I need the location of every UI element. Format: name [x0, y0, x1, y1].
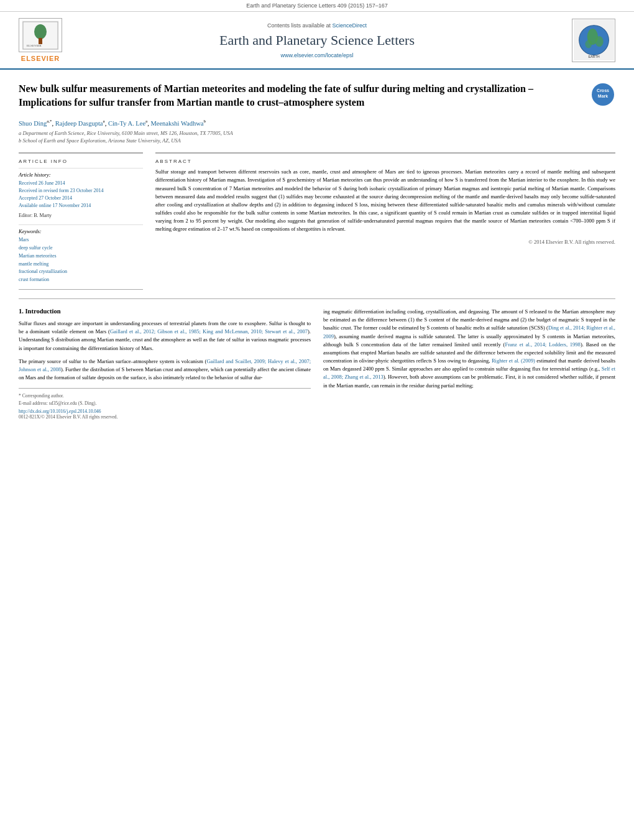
svg-point-1: [34, 24, 47, 39]
abstract-section: ABSTRACT Sulfur storage and transport be…: [155, 152, 615, 244]
author-cin-ty[interactable]: Cin-Ty A. Lee: [108, 119, 145, 126]
intro-heading: 1. Introduction: [19, 308, 311, 315]
footnote-area: * Corresponding author. E-mail address: …: [19, 388, 311, 420]
keyword-deep-sulfur: deep sulfur cycle: [19, 244, 143, 252]
email-note: E-mail address: sd35@rice.edu (S. Ding).: [19, 400, 311, 407]
earth-logo-svg: EARTH: [574, 20, 614, 60]
journal-header-bar: Earth and Planetary Science Letters 409 …: [0, 0, 634, 12]
history-title: Article history:: [19, 172, 143, 178]
accepted-date: Accepted 27 October 2014: [19, 195, 143, 202]
article-title-section: New bulk sulfur measurements of Martian …: [19, 82, 615, 110]
ref-righter2009[interactable]: Righter et al. (2009): [492, 358, 535, 364]
intro-right: ing magmatic differentiation including c…: [323, 308, 615, 420]
keyword-fractional: fractional crystallization: [19, 268, 143, 276]
issn-copyright: 0012-821X/© 2014 Elsevier B.V. All right…: [19, 414, 311, 420]
author-meenakshi[interactable]: Meenakshi Wadhwa: [150, 119, 203, 126]
ref-self2008[interactable]: Self et al., 2008; Zhang et al., 2013: [323, 366, 615, 380]
section-title-text: Introduction: [25, 308, 61, 315]
section-divider: [19, 298, 615, 299]
intro-left: 1. Introduction Sulfur fluxes and storag…: [19, 308, 311, 420]
sciencedirect-link[interactable]: ScienceDirect: [333, 22, 367, 29]
header-center: Contents lists available at ScienceDirec…: [62, 22, 572, 58]
intro-paragraph1: Sulfur fluxes and storage are important …: [19, 320, 311, 353]
affiliation-b: b School of Earth and Space Exploration,…: [19, 137, 615, 144]
svg-rect-2: [39, 38, 42, 44]
journal-bar-text: Earth and Planetary Science Letters 409 …: [246, 2, 388, 9]
contents-line: Contents lists available at ScienceDirec…: [75, 22, 559, 29]
section-number: 1.: [19, 308, 24, 315]
crossmark-badge[interactable]: Cross Mark: [590, 82, 615, 107]
article-info-title: ARTICLE INFO: [19, 159, 143, 164]
two-column-section: ARTICLE INFO Article history: Received 2…: [19, 152, 615, 290]
affiliations: a Department of Earth Science, Rice Univ…: [19, 130, 615, 144]
abstract-copyright: © 2014 Elsevier B.V. All rights reserved…: [155, 239, 615, 245]
article-history: Article history: Received 26 June 2014 R…: [19, 168, 143, 219]
elsevier-svg: ELSEVIER: [22, 21, 59, 50]
journal-url[interactable]: www.elsevier.com/locate/epsl: [75, 52, 559, 58]
ref-ding2014[interactable]: Ding et al., 2014; Righter et al., 2009: [323, 325, 615, 339]
elsevier-logo: ELSEVIER ELSEVIER: [19, 18, 62, 62]
intro-paragraph2: The primary source of sulfur to the Mart…: [19, 358, 311, 382]
article-content: New bulk sulfur measurements of Martian …: [0, 70, 634, 432]
corresponding-author-note: * Corresponding author.: [19, 392, 311, 399]
keyword-crust: crust formation: [19, 276, 143, 284]
doi-link[interactable]: http://dx.doi.org/10.1016/j.epsl.2014.10…: [19, 408, 311, 414]
keywords-title: Keywords:: [19, 228, 143, 234]
ref-franz2014[interactable]: Franz et al., 2014; Lodders, 1998: [505, 341, 580, 348]
svg-point-8: [595, 36, 603, 47]
article-info-box: ARTICLE INFO Article history: Received 2…: [19, 152, 143, 290]
ref-gaillard2012[interactable]: Gaillard et al., 2012; Gibson et al., 19…: [110, 328, 308, 335]
abstract-column: ABSTRACT Sulfur storage and transport be…: [155, 152, 615, 290]
journal-title-main: Earth and Planetary Science Letters: [75, 32, 559, 48]
abstract-text: Sulfur storage and transport between dif…: [155, 168, 615, 233]
svg-text:Mark: Mark: [598, 94, 608, 98]
keyword-martian-meteorites: Martian meteorites: [19, 252, 143, 261]
intro-section: 1. Introduction Sulfur fluxes and storag…: [19, 308, 615, 420]
svg-point-9: [585, 40, 592, 48]
authors-line: Shuo Dinga,*, Rajdeep Dasguptaa, Cin-Ty …: [19, 119, 615, 127]
received-revised-date: Received in revised form 23 October 2014: [19, 187, 143, 195]
top-header: ELSEVIER ELSEVIER Contents lists availab…: [0, 12, 634, 70]
svg-text:ELSEVIER: ELSEVIER: [27, 44, 42, 47]
keyword-mars: Mars: [19, 236, 143, 244]
ref-gaillard2009[interactable]: Gaillard and Scaillet, 2009; Halevy et a…: [19, 358, 311, 372]
keyword-mantle-melting: mantle melting: [19, 261, 143, 269]
affiliation-a: a Department of Earth Science, Rice Univ…: [19, 130, 615, 136]
received-date: Received 26 June 2014: [19, 180, 143, 187]
article-title: New bulk sulfur measurements of Martian …: [19, 82, 584, 110]
intro-paragraph3: ing magmatic differentiation including c…: [323, 308, 615, 390]
author-shuo-ding[interactable]: Shuo Ding: [19, 119, 47, 126]
elsevier-text: ELSEVIER: [21, 55, 60, 62]
elsevier-logo-box: ELSEVIER: [19, 18, 62, 52]
earth-logo-box: EARTH: [572, 19, 615, 62]
author-rajdeep[interactable]: Rajdeep Dasgupta: [55, 119, 103, 126]
editor: Editor: B. Marty: [19, 212, 143, 219]
svg-text:EARTH: EARTH: [588, 55, 599, 58]
svg-text:Cross: Cross: [597, 88, 609, 93]
available-date: Available online 17 November 2014: [19, 202, 143, 210]
page-wrapper: Earth and Planetary Science Letters 409 …: [0, 0, 634, 840]
article-info-column: ARTICLE INFO Article history: Received 2…: [19, 152, 143, 290]
abstract-title: ABSTRACT: [155, 159, 615, 164]
keywords-section: Keywords: Mars deep sulfur cycle Martian…: [19, 224, 143, 284]
